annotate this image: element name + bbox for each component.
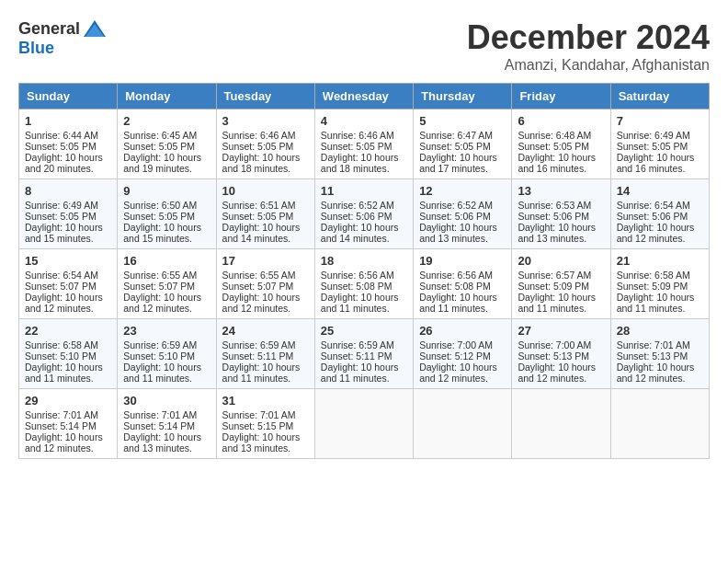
day-cell-22: 22 Sunrise: 6:58 AM Sunset: 5:10 PM Dayl… <box>19 319 118 389</box>
day-daylight-18: Daylight: 10 hours and 11 minutes. <box>321 292 399 314</box>
day-daylight-10: Daylight: 10 hours and 14 minutes. <box>222 222 301 244</box>
col-sunday: Sunday <box>19 84 118 109</box>
week-row-4: 22 Sunrise: 6:58 AM Sunset: 5:10 PM Dayl… <box>19 319 710 389</box>
day-number-27: 27 <box>518 324 604 338</box>
day-sunrise-16: Sunrise: 6:55 AM <box>123 270 197 281</box>
day-cell-18: 18 Sunrise: 6:56 AM Sunset: 5:08 PM Dayl… <box>314 249 413 319</box>
day-sunrise-18: Sunrise: 6:56 AM <box>321 270 394 281</box>
day-daylight-27: Daylight: 10 hours and 12 minutes. <box>518 362 596 384</box>
day-sunrise-11: Sunrise: 6:52 AM <box>321 200 394 211</box>
day-daylight-7: Daylight: 10 hours and 16 minutes. <box>617 152 695 174</box>
day-cell-26: 26 Sunrise: 7:00 AM Sunset: 5:12 PM Dayl… <box>414 319 512 389</box>
day-cell-29: 29 Sunrise: 7:01 AM Sunset: 5:14 PM Dayl… <box>19 389 118 459</box>
day-daylight-8: Daylight: 10 hours and 15 minutes. <box>25 222 103 244</box>
subtitle: Amanzi, Kandahar, Afghanistan <box>467 57 710 74</box>
day-sunset-29: Sunset: 5:14 PM <box>25 420 97 431</box>
day-number-20: 20 <box>518 254 604 268</box>
day-sunrise-17: Sunrise: 6:55 AM <box>222 270 296 281</box>
week-row-1: 1 Sunrise: 6:44 AM Sunset: 5:05 PM Dayli… <box>19 109 710 179</box>
day-sunrise-19: Sunrise: 6:56 AM <box>419 270 493 281</box>
day-daylight-9: Daylight: 10 hours and 15 minutes. <box>123 222 201 244</box>
day-cell-19: 19 Sunrise: 6:56 AM Sunset: 5:08 PM Dayl… <box>414 249 512 319</box>
day-sunset-16: Sunset: 5:07 PM <box>123 281 195 292</box>
calendar: Sunday Monday Tuesday Wednesday Thursday… <box>18 83 710 459</box>
day-number-6: 6 <box>518 114 604 128</box>
logo: General Blue <box>18 18 108 58</box>
day-cell-7: 7 Sunrise: 6:49 AM Sunset: 5:05 PM Dayli… <box>610 109 709 179</box>
day-cell-21: 21 Sunrise: 6:58 AM Sunset: 5:09 PM Dayl… <box>610 249 709 319</box>
day-daylight-5: Daylight: 10 hours and 17 minutes. <box>419 152 497 174</box>
day-number-10: 10 <box>222 184 309 198</box>
logo-icon <box>82 18 108 39</box>
day-sunrise-2: Sunrise: 6:45 AM <box>123 130 197 141</box>
day-cell-25: 25 Sunrise: 6:59 AM Sunset: 5:11 PM Dayl… <box>314 319 413 389</box>
day-sunset-31: Sunset: 5:15 PM <box>222 420 294 431</box>
day-number-15: 15 <box>25 254 111 268</box>
day-sunrise-10: Sunrise: 6:51 AM <box>222 200 296 211</box>
day-sunset-5: Sunset: 5:05 PM <box>419 141 491 152</box>
day-sunrise-1: Sunrise: 6:44 AM <box>25 130 98 141</box>
day-number-26: 26 <box>419 324 506 338</box>
day-number-28: 28 <box>617 324 703 338</box>
day-daylight-23: Daylight: 10 hours and 11 minutes. <box>123 362 201 384</box>
header: General Blue December 2024 Amanzi, Kanda… <box>18 18 710 74</box>
day-sunset-11: Sunset: 5:06 PM <box>321 211 392 222</box>
day-cell-11: 11 Sunrise: 6:52 AM Sunset: 5:06 PM Dayl… <box>314 179 413 249</box>
day-daylight-28: Daylight: 10 hours and 12 minutes. <box>617 362 695 384</box>
day-number-14: 14 <box>617 184 703 198</box>
day-daylight-13: Daylight: 10 hours and 13 minutes. <box>518 222 596 244</box>
day-cell-6: 6 Sunrise: 6:48 AM Sunset: 5:05 PM Dayli… <box>512 109 610 179</box>
week-row-2: 8 Sunrise: 6:49 AM Sunset: 5:05 PM Dayli… <box>19 179 710 249</box>
day-sunrise-6: Sunrise: 6:48 AM <box>518 130 591 141</box>
day-cell-14: 14 Sunrise: 6:54 AM Sunset: 5:06 PM Dayl… <box>610 179 709 249</box>
day-cell-4: 4 Sunrise: 6:46 AM Sunset: 5:05 PM Dayli… <box>314 109 413 179</box>
day-number-7: 7 <box>617 114 703 128</box>
col-saturday: Saturday <box>610 84 709 109</box>
day-daylight-20: Daylight: 10 hours and 11 minutes. <box>518 292 596 314</box>
day-daylight-31: Daylight: 10 hours and 13 minutes. <box>222 431 301 454</box>
day-sunrise-26: Sunrise: 7:00 AM <box>419 339 493 350</box>
day-number-12: 12 <box>419 184 506 198</box>
day-sunrise-21: Sunrise: 6:58 AM <box>617 270 690 281</box>
col-tuesday: Tuesday <box>216 84 314 109</box>
logo-blue-text: Blue <box>18 39 54 58</box>
day-sunrise-22: Sunrise: 6:58 AM <box>25 339 98 350</box>
day-sunrise-23: Sunrise: 6:59 AM <box>123 339 197 350</box>
day-sunrise-5: Sunrise: 6:47 AM <box>419 130 493 141</box>
day-daylight-6: Daylight: 10 hours and 16 minutes. <box>518 152 596 174</box>
day-number-16: 16 <box>123 254 210 268</box>
day-sunset-19: Sunset: 5:08 PM <box>419 281 491 292</box>
empty-cell-3 <box>512 389 610 459</box>
day-number-22: 22 <box>25 324 111 338</box>
day-sunset-12: Sunset: 5:06 PM <box>419 211 491 222</box>
day-sunrise-29: Sunrise: 7:01 AM <box>25 409 98 420</box>
day-daylight-25: Daylight: 10 hours and 11 minutes. <box>321 362 399 384</box>
day-cell-24: 24 Sunrise: 6:59 AM Sunset: 5:11 PM Dayl… <box>216 319 314 389</box>
day-sunrise-28: Sunrise: 7:01 AM <box>617 339 690 350</box>
day-sunset-26: Sunset: 5:12 PM <box>419 350 491 362</box>
day-sunrise-7: Sunrise: 6:49 AM <box>617 130 690 141</box>
day-sunset-22: Sunset: 5:10 PM <box>25 350 97 362</box>
day-daylight-14: Daylight: 10 hours and 12 minutes. <box>617 222 695 244</box>
day-sunset-24: Sunset: 5:11 PM <box>222 350 294 362</box>
day-number-8: 8 <box>25 184 111 198</box>
day-sunrise-24: Sunrise: 6:59 AM <box>222 339 296 350</box>
col-friday: Friday <box>512 84 610 109</box>
day-number-2: 2 <box>123 114 210 128</box>
day-number-23: 23 <box>123 324 210 338</box>
day-number-9: 9 <box>123 184 210 198</box>
day-sunset-28: Sunset: 5:13 PM <box>617 350 688 362</box>
empty-cell-2 <box>414 389 512 459</box>
day-cell-16: 16 Sunrise: 6:55 AM Sunset: 5:07 PM Dayl… <box>118 249 216 319</box>
day-daylight-15: Daylight: 10 hours and 12 minutes. <box>25 292 103 314</box>
day-sunrise-25: Sunrise: 6:59 AM <box>321 339 394 350</box>
day-cell-17: 17 Sunrise: 6:55 AM Sunset: 5:07 PM Dayl… <box>216 249 314 319</box>
day-sunset-27: Sunset: 5:13 PM <box>518 350 589 362</box>
day-number-29: 29 <box>25 394 111 408</box>
day-sunset-9: Sunset: 5:05 PM <box>123 211 195 222</box>
day-cell-31: 31 Sunrise: 7:01 AM Sunset: 5:15 PM Dayl… <box>216 389 314 459</box>
day-sunrise-27: Sunrise: 7:00 AM <box>518 339 591 350</box>
day-number-3: 3 <box>222 114 309 128</box>
day-sunset-20: Sunset: 5:09 PM <box>518 281 589 292</box>
day-sunrise-30: Sunrise: 7:01 AM <box>123 409 197 420</box>
